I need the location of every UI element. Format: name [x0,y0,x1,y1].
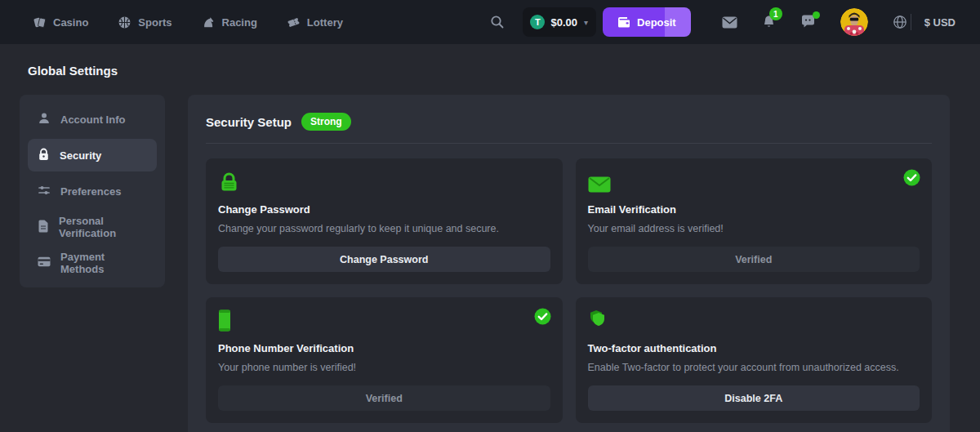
basketball-icon [118,16,131,29]
email-verification-card: Email Verification Your email address is… [576,158,933,284]
lock-icon [38,148,50,163]
divider [206,143,932,144]
settings-page: Global Settings Account Info Security Pr [0,44,980,432]
two-factor-card: Two-factor authentication Enable Two-fac… [576,297,933,423]
nav-icon-group: 1 [722,8,907,36]
credit-card-icon [38,256,51,269]
avatar[interactable] [840,8,868,36]
deposit-button[interactable]: Deposit [603,7,691,37]
nav-label: Casino [53,16,88,29]
change-password-card: Change Password Change your password reg… [206,158,563,284]
security-setup-panel: Security Setup Strong Change Password Ch… [188,95,950,432]
verified-check-icon [903,169,920,189]
cards-icon [33,16,47,29]
wallet-icon [617,16,630,28]
currency-selector[interactable]: $ USD [924,16,956,29]
nav-item-racing[interactable]: Racing [202,16,257,29]
notification-badge: 1 [769,7,782,20]
horse-icon [202,16,216,29]
page-title: Global Settings [28,64,950,78]
change-password-button[interactable]: Change Password [218,247,550,272]
sidebar-item-label: Security [60,149,101,162]
tether-icon: T [530,15,545,29]
deposit-label: Deposit [637,16,676,29]
sidebar-item-preferences[interactable]: Preferences [28,175,157,207]
mail-icon[interactable] [722,16,737,29]
sidebar-item-security[interactable]: Security [28,139,157,171]
security-cards-grid: Change Password Change your password reg… [206,158,932,423]
sliders-icon [38,184,51,199]
section-title: Security Setup [206,115,292,129]
sidebar-item-label: Account Info [60,114,125,126]
ticket-icon [287,16,301,29]
card-title: Email Verification [588,203,920,216]
nav-divider [911,14,911,30]
email-verified-button[interactable]: Verified [588,247,920,272]
green-shields-icon [588,309,920,332]
nav-item-lottery[interactable]: Lottery [287,16,343,29]
strength-badge: Strong [301,113,351,131]
green-phone-icon [218,309,550,332]
bell-icon[interactable]: 1 [762,15,776,29]
top-navbar: Casino Sports Racing Lottery T $ [0,0,980,44]
verified-check-icon [534,308,551,328]
disable-2fa-button[interactable]: Disable 2FA [588,385,920,411]
online-dot [813,11,820,19]
green-lock-icon [218,170,550,193]
balance-amount: $0.00 [550,16,577,29]
sidebar-item-label: Preferences [60,185,121,198]
phone-verification-card: Phone Number Verification Your phone num… [206,297,563,423]
green-envelope-icon [588,170,920,193]
card-description: Your phone number is verified! [218,362,550,373]
globe-icon[interactable] [893,15,907,29]
search-icon[interactable] [490,15,505,29]
user-icon [38,112,51,127]
settings-sidebar: Account Info Security Preferences Person… [20,95,165,287]
chevron-down-icon: ▾ [584,18,588,27]
primary-nav: Casino Sports Racing Lottery [33,16,343,29]
card-title: Change Password [218,203,550,216]
sidebar-item-label: Personal Verification [59,215,147,239]
nav-label: Lottery [307,16,343,29]
sidebar-item-payment-methods[interactable]: Payment Methods [28,247,157,279]
nav-item-sports[interactable]: Sports [118,16,172,29]
card-title: Two-factor authentication [588,342,920,354]
balance-dropdown[interactable]: T $0.00 ▾ [523,7,596,37]
sidebar-item-personal-verification[interactable]: Personal Verification [28,211,157,243]
card-description: Enable Two-factor to protect your accoun… [588,362,920,373]
nav-right-cluster: T $0.00 ▾ Deposit 1 [490,7,956,37]
phone-verified-button[interactable]: Verified [218,385,550,411]
card-title: Phone Number Verification [218,342,550,354]
chat-icon[interactable] [800,15,816,29]
sidebar-item-label: Payment Methods [60,251,147,275]
nav-item-casino[interactable]: Casino [33,16,88,29]
sidebar-item-account-info[interactable]: Account Info [28,103,157,136]
card-description: Your email address is verified! [588,223,920,234]
card-description: Change your password regularly to keep i… [218,223,550,234]
document-icon [38,220,49,235]
nav-label: Sports [138,16,172,29]
nav-label: Racing [222,16,257,29]
